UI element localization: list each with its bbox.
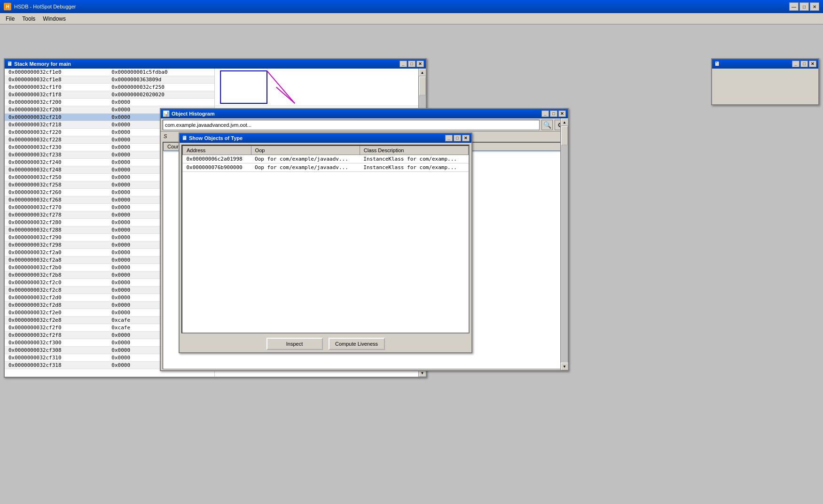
inspect-button[interactable]: Inspect	[266, 338, 323, 350]
right-panel-window: 🖥 _ □ ✕	[711, 58, 819, 105]
show-objects-dialog: 🖥 Show Objects of Type _ □ ✕ Address Oop…	[179, 132, 472, 353]
histogram-controls: _ □ ✕	[541, 110, 566, 117]
dialog-content: Address Oop Class Description 0x00000006…	[180, 143, 471, 352]
histogram-filter-input[interactable]	[163, 120, 540, 130]
scroll-thumb[interactable]	[419, 77, 426, 95]
show-objects-close-btn[interactable]: ✕	[462, 135, 470, 141]
right-maximize-btn[interactable]: □	[800, 61, 808, 67]
dialog-row[interactable]: 0x000000076b900000Oop for com/example/ja…	[183, 163, 469, 172]
menu-file[interactable]: File	[2, 15, 18, 23]
dialog-col-address: Address	[183, 146, 251, 155]
histogram-maximize-btn[interactable]: □	[550, 110, 557, 117]
stack-row[interactable]: 0x0000000032cf1e80x0000000363809d	[5, 76, 216, 84]
show-objects-title: Show Objects of Type	[189, 135, 243, 141]
show-objects-controls: _ □ ✕	[444, 135, 470, 141]
app-title-bar: H HSDB - HotSpot Debugger — □ ✕	[0, 0, 823, 13]
compute-liveness-button[interactable]: Compute Liveness	[329, 338, 385, 350]
right-close-btn[interactable]: ✕	[809, 61, 816, 67]
title-bar-left: H HSDB - HotSpot Debugger	[4, 3, 76, 10]
stack-close-btn[interactable]: ✕	[416, 61, 424, 67]
scroll-up-btn[interactable]: ▲	[419, 69, 426, 76]
svg-line-2	[276, 87, 295, 104]
dialog-col-oop: Oop	[251, 146, 360, 155]
frame-svg	[215, 69, 426, 106]
dialog-row[interactable]: 0x00000006c2a01998Oop for com/example/ja…	[183, 155, 469, 163]
dialog-table: Address Oop Class Description 0x00000006…	[182, 146, 469, 172]
hist-scroll-up[interactable]: ▲	[561, 118, 568, 126]
main-area: 🖥 Stack Memory for main _ □ ✕ 0x00000000…	[0, 24, 823, 504]
show-objects-minimize-btn[interactable]: _	[445, 135, 453, 141]
stack-row[interactable]: 0x0000000032cf1f00x0000000032cf250	[5, 84, 216, 91]
stack-memory-controls: _ □ ✕	[399, 61, 424, 67]
histogram-close-btn[interactable]: ✕	[558, 110, 566, 117]
app-icon: H	[4, 3, 11, 10]
hist-scroll-down[interactable]: ▼	[561, 363, 568, 370]
close-button[interactable]: ✕	[810, 2, 819, 11]
show-objects-title-bar: 🖥 Show Objects of Type _ □ ✕	[180, 133, 471, 143]
hist-scroll-track	[561, 126, 568, 363]
title-bar-controls: — □ ✕	[789, 2, 819, 11]
stack-row[interactable]: 0x0000000032cf2000x0000	[5, 99, 216, 106]
frame-canvas	[215, 69, 426, 106]
show-objects-maximize-btn[interactable]: □	[454, 135, 461, 141]
stack-memory-title-bar: 🖥 Stack Memory for main _ □ ✕	[5, 59, 426, 69]
stack-memory-title: Stack Memory for main	[14, 61, 71, 67]
svg-line-1	[267, 71, 295, 103]
dialog-col-class: Class Description	[360, 146, 468, 155]
histogram-scrollbar[interactable]: ▲ ▼	[560, 118, 568, 370]
maximize-button[interactable]: □	[799, 2, 809, 11]
histogram-title-bar: 📊 Object Histogram _ □ ✕	[161, 109, 568, 118]
dialog-buttons: Inspect Compute Liveness	[180, 335, 471, 352]
histogram-title: Object Histogram	[172, 111, 215, 116]
right-window-content	[712, 69, 818, 104]
histogram-toolbar: 🔍 ⚙	[161, 118, 568, 132]
app-title: HSDB - HotSpot Debugger	[14, 4, 76, 9]
right-minimize-btn[interactable]: _	[792, 61, 799, 67]
stack-maximize-btn[interactable]: □	[408, 61, 415, 67]
histogram-minimize-btn[interactable]: _	[541, 110, 549, 117]
minimize-button[interactable]: —	[789, 2, 799, 11]
dialog-table-area[interactable]: Address Oop Class Description 0x00000006…	[181, 145, 470, 333]
svg-rect-0	[220, 71, 267, 103]
stack-row[interactable]: 0x0000000032cf1f80x000000002020020	[5, 91, 216, 99]
stack-row[interactable]: 0x0000000032cf1e00x000000001c5fdba0	[5, 69, 216, 76]
menu-windows[interactable]: Windows	[39, 15, 70, 23]
histogram-search-btn[interactable]: 🔍	[541, 120, 553, 130]
right-window-controls: _ □ ✕	[791, 61, 816, 67]
hist-scroll-thumb[interactable]	[561, 126, 568, 145]
menu-bar: File Tools Windows	[0, 13, 823, 24]
stack-minimize-btn[interactable]: _	[400, 61, 407, 67]
right-window-title-bar: 🖥 _ □ ✕	[712, 59, 818, 69]
menu-tools[interactable]: Tools	[18, 15, 39, 23]
